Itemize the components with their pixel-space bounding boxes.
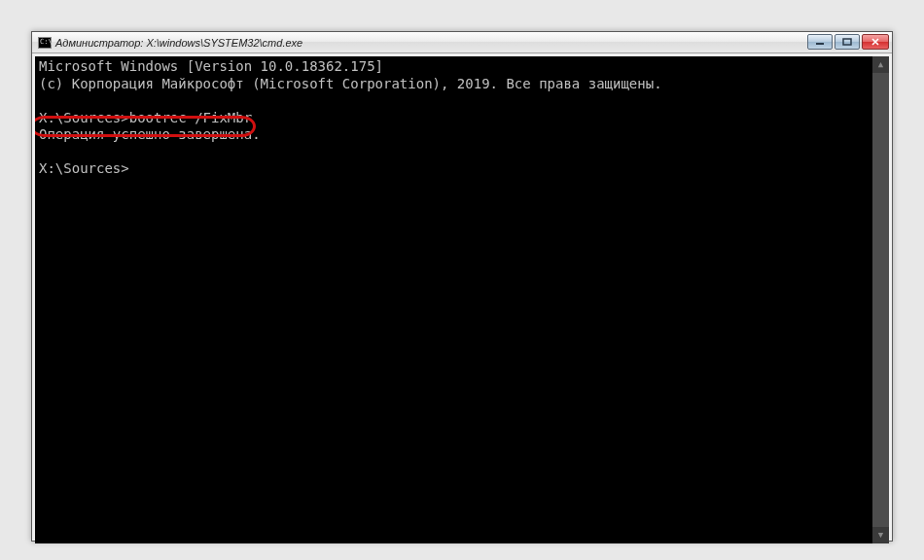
console-line-command: X:\Sources>bootrec /FixMbr (39, 110, 885, 127)
console-line-copyright: (c) Корпорация Майкрософт (Microsoft Cor… (39, 76, 885, 93)
vertical-scrollbar[interactable]: ▲ ▼ (872, 56, 889, 543)
console-line-version: Microsoft Windows [Version 10.0.18362.17… (39, 58, 885, 76)
console-line-blank (39, 92, 885, 110)
scrollbar-thumb[interactable] (872, 73, 889, 527)
scroll-up-button[interactable]: ▲ (872, 56, 889, 73)
console-line-blank2 (39, 144, 885, 161)
svg-rect-0 (816, 43, 824, 45)
close-icon (871, 38, 880, 46)
maximize-icon (842, 38, 852, 46)
svg-rect-1 (843, 39, 851, 45)
cmd-icon: C:\ (38, 37, 52, 49)
scroll-down-button[interactable]: ▼ (872, 527, 889, 543)
console-output[interactable]: Microsoft Windows [Version 10.0.18362.17… (35, 56, 889, 543)
close-button[interactable] (862, 34, 889, 50)
cmd-icon-label: C:\ (40, 39, 53, 46)
minimize-button[interactable] (807, 34, 833, 50)
window-controls (807, 34, 889, 50)
window-title: Администратор: X:\windows\SYSTEM32\cmd.e… (55, 37, 302, 49)
minimize-icon (815, 38, 825, 46)
titlebar[interactable]: C:\ Администратор: X:\windows\SYSTEM32\c… (32, 32, 892, 53)
console-line-prompt: X:\Sources> (39, 160, 885, 178)
maximize-button[interactable] (835, 34, 860, 50)
cmd-window: C:\ Администратор: X:\windows\SYSTEM32\c… (31, 31, 893, 542)
console-line-result: Операция успешно завершена. (39, 126, 885, 144)
scrollbar-track[interactable] (872, 73, 889, 527)
